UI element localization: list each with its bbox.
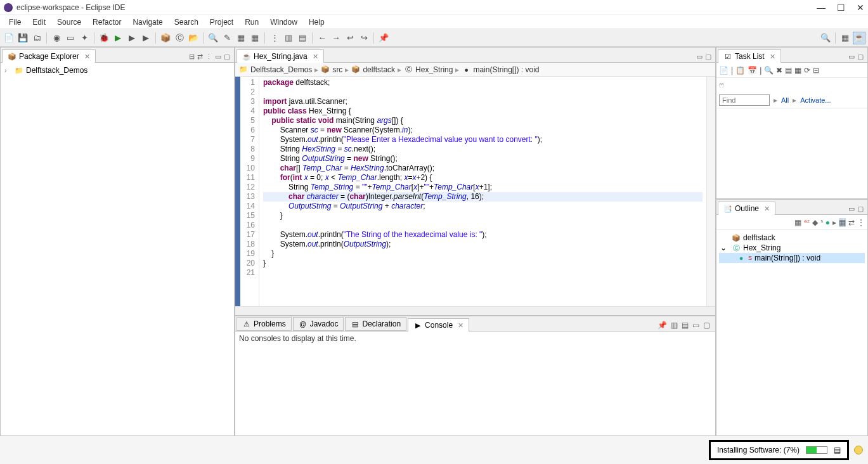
breadcrumb-item[interactable]: delftstack bbox=[363, 65, 395, 74]
console-display-button[interactable]: ▥ bbox=[671, 321, 678, 330]
nav-button-2[interactable]: ↪ bbox=[358, 32, 370, 44]
menu-refactor[interactable]: Refactor bbox=[87, 16, 126, 28]
pin-button[interactable]: 📌 bbox=[377, 32, 390, 44]
menu-project[interactable]: Project bbox=[205, 16, 238, 28]
breadcrumb-item[interactable]: src bbox=[332, 65, 342, 74]
tool-button[interactable]: ▤ bbox=[785, 66, 792, 75]
menu-run[interactable]: Run bbox=[240, 16, 264, 28]
search-button[interactable]: 🔍 bbox=[207, 32, 219, 44]
minimize-button[interactable]: — bbox=[817, 3, 826, 12]
package-tree[interactable]: › 📁 Delftstack_Demos bbox=[1, 63, 234, 78]
collapse-all-button[interactable]: ⊟ bbox=[189, 53, 195, 61]
forward-button[interactable]: → bbox=[330, 32, 342, 44]
tool-button-3[interactable]: ▦ bbox=[249, 32, 261, 44]
external-tools-button[interactable]: ▶ bbox=[139, 32, 152, 44]
activate-link[interactable]: Activate... bbox=[800, 96, 831, 104]
console-open-button[interactable]: ▤ bbox=[682, 321, 689, 330]
focus-button[interactable]: 🔍 bbox=[764, 66, 774, 75]
progress-view-icon[interactable]: ▤ bbox=[834, 446, 841, 454]
close-icon[interactable]: ✕ bbox=[764, 205, 770, 213]
collapse-button[interactable]: ⊟ bbox=[813, 66, 819, 75]
close-icon[interactable]: ✕ bbox=[458, 321, 463, 330]
schedule-button[interactable]: 📅 bbox=[748, 66, 757, 75]
menu-search[interactable]: Search bbox=[169, 16, 204, 28]
overview-ruler[interactable] bbox=[706, 77, 715, 306]
debug-button[interactable]: 🐞 bbox=[98, 32, 110, 44]
status-progress-box[interactable]: Installing Software: (7%) ▤ bbox=[709, 440, 849, 460]
save-all-button[interactable]: 🗂 bbox=[30, 32, 43, 44]
new-button[interactable]: 📄 bbox=[3, 32, 15, 44]
view-menu-button[interactable]: ⋮ bbox=[205, 53, 212, 61]
all-link[interactable]: All bbox=[781, 96, 789, 104]
tab-problems[interactable]: ⚠Problems bbox=[236, 317, 292, 331]
skip-breakpoints-button[interactable]: ◉ bbox=[50, 32, 63, 44]
sort-button[interactable]: ᵃᶻ bbox=[804, 218, 810, 227]
categorize-button[interactable]: 📋 bbox=[735, 66, 745, 75]
tool-button[interactable]: ▦ bbox=[839, 218, 846, 227]
open-perspective-button[interactable]: ▦ bbox=[839, 32, 852, 44]
quick-access-button[interactable]: 🔍 bbox=[819, 32, 832, 44]
maximize-button[interactable]: ☐ bbox=[837, 3, 845, 12]
close-icon[interactable]: ✕ bbox=[84, 53, 90, 61]
new-package-button[interactable]: 📦 bbox=[159, 32, 172, 44]
editor-tab[interactable]: ☕ Hex_String.java ✕ bbox=[236, 49, 324, 63]
sync-button[interactable]: ⟳ bbox=[804, 66, 810, 75]
close-icon[interactable]: ✕ bbox=[770, 53, 775, 61]
hide-local-button[interactable]: ▸ bbox=[832, 218, 836, 227]
tool-button-2[interactable]: ▦ bbox=[235, 32, 247, 44]
outline-class-item[interactable]: ⌄ Ⓒ Hex_String bbox=[719, 243, 865, 253]
hide-fields-button[interactable]: ◆ bbox=[812, 218, 818, 227]
link-button[interactable]: ⇄ bbox=[848, 218, 855, 227]
horizontal-scrollbar[interactable] bbox=[235, 306, 715, 315]
outline-tree[interactable]: 📦 delftstack ⌄ Ⓒ Hex_String ● S main(Str… bbox=[716, 230, 867, 266]
task-list-tab[interactable]: ☑ Task List ✕ bbox=[718, 49, 781, 63]
wand-button[interactable]: ✎ bbox=[221, 32, 233, 44]
save-button[interactable]: 💾 bbox=[16, 32, 29, 44]
back-button[interactable]: ← bbox=[316, 32, 328, 44]
tool-button-5[interactable]: ▥ bbox=[282, 32, 295, 44]
minimize-view-button[interactable]: ▭ bbox=[848, 53, 855, 61]
tab-console[interactable]: ▶Console✕ bbox=[408, 318, 469, 332]
focus-button[interactable]: ▦ bbox=[794, 218, 801, 227]
minimize-view-button[interactable]: ▭ bbox=[215, 53, 221, 61]
menu-edit[interactable]: Edit bbox=[27, 16, 51, 28]
tool-button[interactable]: ▦ bbox=[794, 66, 801, 75]
close-button[interactable]: ✕ bbox=[857, 3, 864, 12]
maximize-view-button[interactable]: ▢ bbox=[705, 53, 711, 61]
breadcrumb-item[interactable]: Delftstack_Demos bbox=[250, 65, 312, 74]
outline-tab[interactable]: 📑 Outline ✕ bbox=[718, 202, 775, 215]
maximize-view-button[interactable]: ▢ bbox=[703, 321, 710, 330]
maximize-view-button[interactable]: ▢ bbox=[857, 205, 864, 213]
minimize-view-button[interactable]: ▭ bbox=[692, 321, 699, 330]
tool-button[interactable]: ✦ bbox=[78, 32, 91, 44]
nav-button[interactable]: ↩ bbox=[344, 32, 356, 44]
tool-button[interactable]: ✖ bbox=[776, 66, 782, 75]
package-explorer-tab[interactable]: 📦 Package Explorer ✕ bbox=[2, 49, 96, 63]
open-type-button[interactable]: 📂 bbox=[187, 32, 200, 44]
coverage-button[interactable]: ▶ bbox=[126, 32, 138, 44]
tab-javadoc[interactable]: @Javadoc bbox=[293, 317, 344, 331]
tool-button-4[interactable]: ⋮ bbox=[268, 32, 281, 44]
view-menu-button[interactable]: ⋮ bbox=[857, 218, 865, 227]
hide-static-button[interactable]: ˢ bbox=[820, 218, 823, 227]
outline-method-item[interactable]: ● S main(String[]) : void bbox=[719, 253, 865, 263]
new-class-button[interactable]: Ⓒ bbox=[173, 32, 186, 44]
menu-file[interactable]: File bbox=[4, 16, 26, 28]
minimize-view-button[interactable]: ▭ bbox=[696, 53, 703, 61]
find-input[interactable] bbox=[719, 94, 770, 106]
code-area[interactable]: package delftstack;import java.util.Scan… bbox=[259, 77, 706, 306]
breadcrumb[interactable]: 📁Delftstack_Demos▸📦src▸📦delftstack▸ⒸHex_… bbox=[235, 63, 715, 77]
breadcrumb-item[interactable]: Hex_String bbox=[415, 65, 453, 74]
new-task-button[interactable]: 📄 bbox=[719, 66, 729, 75]
close-icon[interactable]: ✕ bbox=[313, 53, 318, 61]
expand-icon[interactable]: › bbox=[4, 67, 12, 74]
tip-bulb-icon[interactable] bbox=[854, 446, 863, 454]
maximize-view-button[interactable]: ▢ bbox=[857, 53, 864, 61]
tool-button-6[interactable]: ▤ bbox=[296, 32, 309, 44]
menu-window[interactable]: Window bbox=[265, 16, 302, 28]
code-editor[interactable]: 123456789101112131415161718192021 packag… bbox=[235, 77, 715, 306]
toggle-button[interactable]: ▭ bbox=[64, 32, 77, 44]
java-perspective-button[interactable]: ☕ bbox=[853, 32, 865, 44]
minimize-view-button[interactable]: ▭ bbox=[848, 205, 855, 213]
menu-help[interactable]: Help bbox=[304, 16, 330, 28]
